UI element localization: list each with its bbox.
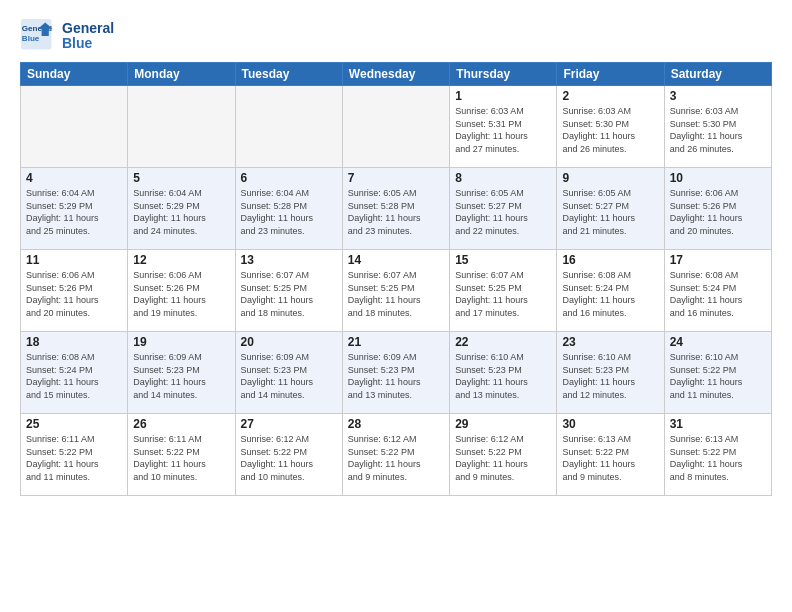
calendar-cell: 30Sunrise: 6:13 AMSunset: 5:22 PMDayligh…	[557, 414, 664, 496]
day-number: 29	[455, 417, 551, 431]
day-number: 3	[670, 89, 766, 103]
calendar-cell: 29Sunrise: 6:12 AMSunset: 5:22 PMDayligh…	[450, 414, 557, 496]
day-info: Sunrise: 6:11 AMSunset: 5:22 PMDaylight:…	[133, 433, 229, 483]
day-info: Sunrise: 6:13 AMSunset: 5:22 PMDaylight:…	[670, 433, 766, 483]
calendar-cell: 17Sunrise: 6:08 AMSunset: 5:24 PMDayligh…	[664, 250, 771, 332]
calendar: SundayMondayTuesdayWednesdayThursdayFrid…	[20, 62, 772, 496]
day-number: 2	[562, 89, 658, 103]
day-info: Sunrise: 6:06 AMSunset: 5:26 PMDaylight:…	[670, 187, 766, 237]
day-info: Sunrise: 6:06 AMSunset: 5:26 PMDaylight:…	[26, 269, 122, 319]
day-info: Sunrise: 6:03 AMSunset: 5:30 PMDaylight:…	[670, 105, 766, 155]
day-number: 22	[455, 335, 551, 349]
logo: General Blue GeneralBlue	[20, 18, 114, 54]
calendar-week-row: 18Sunrise: 6:08 AMSunset: 5:24 PMDayligh…	[21, 332, 772, 414]
header: General Blue GeneralBlue	[20, 18, 772, 54]
day-info: Sunrise: 6:07 AMSunset: 5:25 PMDaylight:…	[455, 269, 551, 319]
day-info: Sunrise: 6:12 AMSunset: 5:22 PMDaylight:…	[348, 433, 444, 483]
day-info: Sunrise: 6:09 AMSunset: 5:23 PMDaylight:…	[241, 351, 337, 401]
day-info: Sunrise: 6:12 AMSunset: 5:22 PMDaylight:…	[455, 433, 551, 483]
calendar-cell: 14Sunrise: 6:07 AMSunset: 5:25 PMDayligh…	[342, 250, 449, 332]
day-number: 10	[670, 171, 766, 185]
day-number: 14	[348, 253, 444, 267]
day-info: Sunrise: 6:04 AMSunset: 5:29 PMDaylight:…	[133, 187, 229, 237]
weekday-header: Wednesday	[342, 63, 449, 86]
day-number: 9	[562, 171, 658, 185]
day-number: 11	[26, 253, 122, 267]
weekday-header: Thursday	[450, 63, 557, 86]
calendar-cell: 21Sunrise: 6:09 AMSunset: 5:23 PMDayligh…	[342, 332, 449, 414]
calendar-week-row: 4Sunrise: 6:04 AMSunset: 5:29 PMDaylight…	[21, 168, 772, 250]
day-number: 19	[133, 335, 229, 349]
day-info: Sunrise: 6:09 AMSunset: 5:23 PMDaylight:…	[348, 351, 444, 401]
day-number: 25	[26, 417, 122, 431]
calendar-cell: 27Sunrise: 6:12 AMSunset: 5:22 PMDayligh…	[235, 414, 342, 496]
day-info: Sunrise: 6:05 AMSunset: 5:28 PMDaylight:…	[348, 187, 444, 237]
day-number: 12	[133, 253, 229, 267]
calendar-cell: 6Sunrise: 6:04 AMSunset: 5:28 PMDaylight…	[235, 168, 342, 250]
calendar-week-row: 11Sunrise: 6:06 AMSunset: 5:26 PMDayligh…	[21, 250, 772, 332]
day-info: Sunrise: 6:05 AMSunset: 5:27 PMDaylight:…	[455, 187, 551, 237]
weekday-header: Sunday	[21, 63, 128, 86]
calendar-cell	[342, 86, 449, 168]
calendar-cell: 16Sunrise: 6:08 AMSunset: 5:24 PMDayligh…	[557, 250, 664, 332]
logo-text: GeneralBlue	[62, 21, 114, 52]
day-number: 28	[348, 417, 444, 431]
calendar-cell: 12Sunrise: 6:06 AMSunset: 5:26 PMDayligh…	[128, 250, 235, 332]
day-number: 4	[26, 171, 122, 185]
day-number: 16	[562, 253, 658, 267]
calendar-cell: 5Sunrise: 6:04 AMSunset: 5:29 PMDaylight…	[128, 168, 235, 250]
calendar-week-row: 25Sunrise: 6:11 AMSunset: 5:22 PMDayligh…	[21, 414, 772, 496]
day-number: 17	[670, 253, 766, 267]
day-number: 18	[26, 335, 122, 349]
day-number: 24	[670, 335, 766, 349]
calendar-cell: 19Sunrise: 6:09 AMSunset: 5:23 PMDayligh…	[128, 332, 235, 414]
day-info: Sunrise: 6:06 AMSunset: 5:26 PMDaylight:…	[133, 269, 229, 319]
page: General Blue GeneralBlue SundayMondayTue…	[0, 0, 792, 612]
day-info: Sunrise: 6:09 AMSunset: 5:23 PMDaylight:…	[133, 351, 229, 401]
day-info: Sunrise: 6:03 AMSunset: 5:31 PMDaylight:…	[455, 105, 551, 155]
day-number: 23	[562, 335, 658, 349]
weekday-header: Tuesday	[235, 63, 342, 86]
day-number: 21	[348, 335, 444, 349]
calendar-cell: 31Sunrise: 6:13 AMSunset: 5:22 PMDayligh…	[664, 414, 771, 496]
calendar-cell: 26Sunrise: 6:11 AMSunset: 5:22 PMDayligh…	[128, 414, 235, 496]
calendar-cell: 28Sunrise: 6:12 AMSunset: 5:22 PMDayligh…	[342, 414, 449, 496]
calendar-cell	[128, 86, 235, 168]
day-info: Sunrise: 6:03 AMSunset: 5:30 PMDaylight:…	[562, 105, 658, 155]
weekday-header: Saturday	[664, 63, 771, 86]
day-number: 30	[562, 417, 658, 431]
calendar-cell: 8Sunrise: 6:05 AMSunset: 5:27 PMDaylight…	[450, 168, 557, 250]
calendar-cell: 10Sunrise: 6:06 AMSunset: 5:26 PMDayligh…	[664, 168, 771, 250]
calendar-cell: 20Sunrise: 6:09 AMSunset: 5:23 PMDayligh…	[235, 332, 342, 414]
day-number: 20	[241, 335, 337, 349]
calendar-cell: 9Sunrise: 6:05 AMSunset: 5:27 PMDaylight…	[557, 168, 664, 250]
day-info: Sunrise: 6:10 AMSunset: 5:23 PMDaylight:…	[562, 351, 658, 401]
calendar-cell: 23Sunrise: 6:10 AMSunset: 5:23 PMDayligh…	[557, 332, 664, 414]
calendar-cell: 25Sunrise: 6:11 AMSunset: 5:22 PMDayligh…	[21, 414, 128, 496]
calendar-cell: 3Sunrise: 6:03 AMSunset: 5:30 PMDaylight…	[664, 86, 771, 168]
day-info: Sunrise: 6:04 AMSunset: 5:28 PMDaylight:…	[241, 187, 337, 237]
calendar-cell: 22Sunrise: 6:10 AMSunset: 5:23 PMDayligh…	[450, 332, 557, 414]
calendar-cell: 11Sunrise: 6:06 AMSunset: 5:26 PMDayligh…	[21, 250, 128, 332]
svg-text:Blue: Blue	[22, 34, 40, 43]
day-number: 5	[133, 171, 229, 185]
day-info: Sunrise: 6:08 AMSunset: 5:24 PMDaylight:…	[670, 269, 766, 319]
day-info: Sunrise: 6:11 AMSunset: 5:22 PMDaylight:…	[26, 433, 122, 483]
calendar-cell: 24Sunrise: 6:10 AMSunset: 5:22 PMDayligh…	[664, 332, 771, 414]
calendar-cell: 13Sunrise: 6:07 AMSunset: 5:25 PMDayligh…	[235, 250, 342, 332]
day-info: Sunrise: 6:07 AMSunset: 5:25 PMDaylight:…	[241, 269, 337, 319]
day-number: 26	[133, 417, 229, 431]
day-number: 6	[241, 171, 337, 185]
calendar-cell	[235, 86, 342, 168]
calendar-week-row: 1Sunrise: 6:03 AMSunset: 5:31 PMDaylight…	[21, 86, 772, 168]
calendar-header-row: SundayMondayTuesdayWednesdayThursdayFrid…	[21, 63, 772, 86]
day-info: Sunrise: 6:10 AMSunset: 5:23 PMDaylight:…	[455, 351, 551, 401]
calendar-cell: 7Sunrise: 6:05 AMSunset: 5:28 PMDaylight…	[342, 168, 449, 250]
day-number: 8	[455, 171, 551, 185]
day-info: Sunrise: 6:05 AMSunset: 5:27 PMDaylight:…	[562, 187, 658, 237]
day-number: 15	[455, 253, 551, 267]
day-number: 13	[241, 253, 337, 267]
day-info: Sunrise: 6:10 AMSunset: 5:22 PMDaylight:…	[670, 351, 766, 401]
calendar-cell: 2Sunrise: 6:03 AMSunset: 5:30 PMDaylight…	[557, 86, 664, 168]
calendar-cell	[21, 86, 128, 168]
